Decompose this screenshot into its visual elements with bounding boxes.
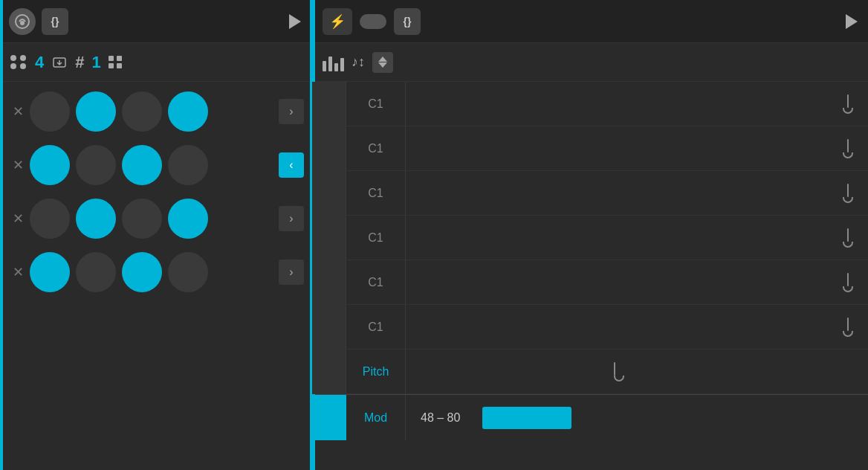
step-count[interactable]: 4 <box>35 53 44 72</box>
seq-track-pitch[interactable] <box>406 350 868 393</box>
mod-range: 48 – 80 <box>406 411 475 425</box>
knob-6 <box>843 318 853 337</box>
expand-icon[interactable] <box>108 56 123 68</box>
lightning-icon: ⚡ <box>329 13 346 30</box>
lightning-button[interactable]: ⚡ <box>323 8 352 35</box>
import-button[interactable] <box>51 54 68 71</box>
seq-pad-pitch[interactable] <box>312 350 346 393</box>
svg-point-1 <box>20 21 25 25</box>
chevron-down-icon <box>378 62 387 68</box>
pad-2-2[interactable] <box>76 145 116 185</box>
row-mute-3[interactable]: ✕ <box>10 210 25 227</box>
mod-row: Mod 48 – 80 <box>312 394 868 440</box>
note-pitch-icon[interactable]: ♪↕ <box>352 54 365 70</box>
mod-label: Mod <box>346 395 406 440</box>
up-down-chevron[interactable] <box>372 52 393 73</box>
row-pads-1 <box>30 91 274 132</box>
seq-label-5: C1 <box>346 260 406 304</box>
seq-row-4: C1 <box>312 216 868 260</box>
pad-4-2[interactable] <box>76 252 116 292</box>
right-header: ⚡ {} <box>312 0 868 43</box>
left-panel: {} 4 # 1 ✕ <box>0 0 312 470</box>
seq-row-2: C1 <box>312 126 868 171</box>
right-toolbar: ♪↕ <box>312 43 868 82</box>
left-header: {} <box>0 0 310 43</box>
loop-icon-button[interactable] <box>9 8 36 35</box>
seq-track-6[interactable] <box>406 305 868 349</box>
seq-label-6: C1 <box>346 305 406 349</box>
pad-1-1[interactable] <box>30 91 70 132</box>
row-pads-3 <box>30 199 274 239</box>
pad-2-3[interactable] <box>122 145 162 185</box>
row-pads-2 <box>30 145 274 185</box>
grid-row-4: ✕ › <box>0 247 310 297</box>
pad-3-3[interactable] <box>122 199 162 239</box>
knob-4 <box>843 228 853 248</box>
pattern-num[interactable]: 1 <box>92 53 101 72</box>
seq-label-4: C1 <box>346 216 406 260</box>
seq-pad-2[interactable] <box>312 126 346 170</box>
pad-1-3[interactable] <box>122 91 162 132</box>
play-button-right[interactable] <box>846 14 858 29</box>
sequence-rows: C1 C1 C1 <box>312 82 868 470</box>
pad-4-1[interactable] <box>30 252 70 292</box>
grid-dots-icon[interactable] <box>10 55 27 69</box>
grid-row-1: ✕ › <box>0 86 310 137</box>
row-nav-right-1[interactable]: › <box>279 99 304 124</box>
seq-track-2[interactable] <box>406 126 868 170</box>
row-nav-right-3[interactable]: › <box>279 206 304 231</box>
bars-icon[interactable] <box>323 54 344 71</box>
row-nav-left-2[interactable]: ‹ <box>279 152 304 178</box>
seq-label-2: C1 <box>346 126 406 170</box>
grid-row-2: ✕ ‹ <box>0 140 310 190</box>
pad-4-3[interactable] <box>122 252 162 292</box>
seq-label-pitch: Pitch <box>346 350 406 393</box>
row-mute-1[interactable]: ✕ <box>10 103 25 120</box>
pitch-knob <box>614 362 624 382</box>
braces-button-left[interactable]: {} <box>42 8 68 35</box>
pad-4-4[interactable] <box>168 252 208 292</box>
knob-1 <box>843 94 853 114</box>
seq-row-5: C1 <box>312 260 868 305</box>
row-mute-2[interactable]: ✕ <box>10 157 25 173</box>
chevron-up-icon <box>378 57 387 62</box>
pad-1-2[interactable] <box>76 91 116 132</box>
left-panel-border <box>0 0 3 470</box>
seq-row-3: C1 <box>312 171 868 216</box>
seq-row-pitch: Pitch <box>312 350 868 394</box>
pad-2-1[interactable] <box>30 145 70 185</box>
play-button-left[interactable] <box>289 14 301 29</box>
pad-3-4[interactable] <box>168 199 208 239</box>
seq-pad-1[interactable] <box>312 82 346 126</box>
mod-pad[interactable] <box>312 395 346 440</box>
seq-track-3[interactable] <box>406 171 868 215</box>
seq-pad-4[interactable] <box>312 216 346 260</box>
seq-track-4[interactable] <box>406 216 868 260</box>
braces-button-right[interactable]: {} <box>394 8 421 35</box>
seq-label-3: C1 <box>346 171 406 215</box>
pad-2-4[interactable] <box>168 145 208 185</box>
grid-area: ✕ › ✕ ‹ ✕ <box>0 82 310 470</box>
mod-bar <box>482 407 571 429</box>
row-nav-right-4[interactable]: › <box>279 260 304 285</box>
seq-pad-3[interactable] <box>312 171 346 215</box>
seq-track-1[interactable] <box>406 82 868 126</box>
row-pads-4 <box>30 252 274 292</box>
seq-row-6: C1 <box>312 305 868 350</box>
seq-row-1: C1 <box>312 82 868 126</box>
row-mute-4[interactable]: ✕ <box>10 264 25 280</box>
pad-1-4[interactable] <box>168 91 208 132</box>
knob-2 <box>843 139 853 158</box>
knob-5 <box>843 273 853 292</box>
seq-pad-6[interactable] <box>312 305 346 349</box>
grid-row-3: ✕ › <box>0 193 310 244</box>
pad-3-2[interactable] <box>76 199 116 239</box>
seq-track-5[interactable] <box>406 260 868 304</box>
seq-pad-5[interactable] <box>312 260 346 304</box>
pad-3-1[interactable] <box>30 199 70 239</box>
hash-label: # <box>75 53 84 72</box>
toggle-pill[interactable] <box>360 14 386 29</box>
mod-bar-container[interactable] <box>475 395 868 440</box>
knob-3 <box>843 184 853 203</box>
left-toolbar: 4 # 1 <box>0 43 310 82</box>
